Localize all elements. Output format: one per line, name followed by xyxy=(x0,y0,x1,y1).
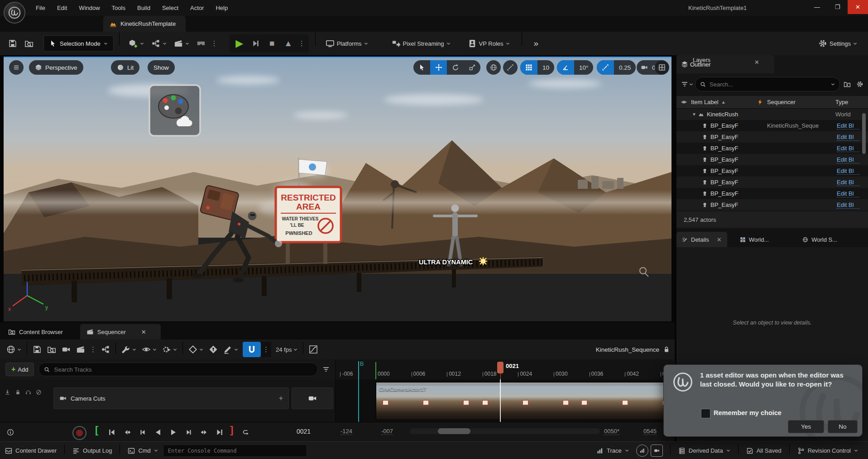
eject-button[interactable]: ▲ xyxy=(280,35,297,52)
sequencer-overflow-kebab[interactable]: ⋮ xyxy=(88,345,98,354)
camera-cuts-clip[interactable]: CineCameraActor17 xyxy=(376,382,675,420)
scale-snap-control[interactable]: 0.25 xyxy=(597,60,636,75)
stop-button[interactable]: ■ xyxy=(264,35,280,52)
remember-choice-checkbox[interactable] xyxy=(701,409,710,418)
select-tool-button[interactable] xyxy=(413,60,430,75)
maximize-button[interactable]: ❐ xyxy=(827,0,848,14)
previous-key-button[interactable] xyxy=(120,426,134,439)
menu-item-tools[interactable]: Tools xyxy=(106,0,131,16)
content-drawer-button[interactable]: Content Drawer xyxy=(0,442,62,459)
trace-dropdown[interactable]: Trace xyxy=(591,442,634,459)
bookmark-line[interactable] xyxy=(358,361,359,379)
timeline-scrollbar-track[interactable] xyxy=(410,428,600,434)
camera-lock-toggle-box[interactable] xyxy=(292,387,333,409)
outliner-row[interactable]: ▼KineticRushWorld xyxy=(676,109,868,120)
show-dropdown[interactable]: Show xyxy=(148,60,175,75)
outliner-row[interactable]: BP_EasyFKineticRush_SequeEdit Bl xyxy=(676,120,868,131)
add-actor-button[interactable] xyxy=(125,35,148,52)
outliner-row[interactable]: BP_EasyFEdit Bl xyxy=(676,154,868,165)
search-options-chevron[interactable] xyxy=(831,83,835,86)
outliner-row[interactable]: BP_EasyFEdit Bl xyxy=(676,143,868,154)
surface-snapping-button[interactable] xyxy=(503,60,518,75)
edit-blueprint-link[interactable]: Edit Bl xyxy=(837,156,859,163)
set-playback-start-bracket[interactable]: [ xyxy=(95,424,98,436)
working-range-end-field[interactable]: 0545 xyxy=(643,428,657,435)
solo-track-icon[interactable] xyxy=(25,389,31,395)
sequencer-browse-button[interactable] xyxy=(44,342,59,357)
toolbar-expand-chevrons[interactable]: » xyxy=(530,35,542,52)
playhead-marker[interactable] xyxy=(497,362,504,373)
next-key-button[interactable] xyxy=(197,426,211,439)
filter-chevron-icon[interactable] xyxy=(689,83,693,86)
working-range-start-field[interactable]: -124 xyxy=(340,428,352,435)
screenshot-trace-icon[interactable] xyxy=(651,445,663,457)
mute-track-icon[interactable] xyxy=(36,389,42,395)
menu-item-file[interactable]: File xyxy=(30,0,51,16)
sequencer-info-icon[interactable] xyxy=(4,426,17,439)
sequencer-save-button[interactable] xyxy=(30,342,44,357)
outliner-row[interactable]: BP_EasyFEdit Bl xyxy=(676,131,868,143)
console-command-input[interactable] xyxy=(167,447,303,454)
menu-item-help[interactable]: Help xyxy=(210,0,234,16)
current-frame-display[interactable]: 0021 xyxy=(297,428,311,435)
track-filter-icon[interactable] xyxy=(322,366,330,373)
edit-blueprint-link[interactable]: Edit Bl xyxy=(837,145,859,152)
edit-blueprint-link[interactable]: Edit Bl xyxy=(837,201,859,209)
toolbar-overflow-kebab[interactable]: ⋮ xyxy=(209,39,220,48)
edit-mode-dropdown[interactable] xyxy=(221,342,241,357)
track-search-input[interactable] xyxy=(53,366,312,373)
set-playback-end-bracket[interactable]: ] xyxy=(230,424,233,436)
viewport-3d[interactable]: RESTRICTED AREA WATER THIEVES 'LL BE PWN… xyxy=(4,57,671,321)
sequencer-view-options-dropdown[interactable] xyxy=(139,342,159,357)
sequencer-actions-tree-button[interactable] xyxy=(98,342,113,357)
playhead-line-tracks[interactable] xyxy=(500,379,501,422)
no-button[interactable]: No xyxy=(828,420,858,433)
edit-blueprint-link[interactable]: Edit Bl xyxy=(837,122,859,129)
selection-mode-dropdown[interactable]: Selection Mode xyxy=(43,35,114,52)
menu-item-edit[interactable]: Edit xyxy=(51,0,73,16)
edit-blueprint-link[interactable]: Edit Bl xyxy=(837,179,859,186)
jump-to-end-button[interactable] xyxy=(213,426,226,439)
menu-item-select[interactable]: Select xyxy=(156,0,184,16)
tab-world-partition[interactable]: World... xyxy=(734,232,775,247)
new-folder-icon[interactable] xyxy=(844,81,851,88)
camera-cuts-track-row[interactable]: Camera Cuts + xyxy=(53,387,289,409)
derived-data-dropdown[interactable]: Derived Data xyxy=(673,442,735,459)
menu-item-actor[interactable]: Actor xyxy=(184,0,210,16)
snap-toggle-button[interactable] xyxy=(243,342,261,357)
viewport-options-menu-button[interactable] xyxy=(9,60,24,75)
insights-session-icon[interactable] xyxy=(636,445,648,457)
scale-tool-button[interactable] xyxy=(464,60,480,75)
perspective-dropdown[interactable]: Perspective xyxy=(29,60,83,75)
curve-editor-button[interactable] xyxy=(306,342,321,357)
fps-dropdown[interactable]: 24 fps xyxy=(273,342,300,357)
tab-close-icon[interactable]: ✕ xyxy=(754,59,759,66)
keyframe-options-dropdown[interactable] xyxy=(186,342,206,357)
tab-outliner[interactable]: Layers Outliner ✕ xyxy=(676,55,774,73)
yes-button[interactable]: Yes xyxy=(788,420,824,433)
sequencer-track-area[interactable]: CineCameraActor17 xyxy=(335,379,675,422)
view-range-start-field[interactable]: -007 xyxy=(381,428,393,435)
save-level-button[interactable] xyxy=(5,35,21,52)
details-tab-close-icon[interactable]: ✕ xyxy=(717,236,722,243)
column-type[interactable]: Type xyxy=(835,99,848,105)
sequencer-tab-close-icon[interactable]: ✕ xyxy=(141,329,146,335)
sequencer-timeline-ruler[interactable]: -006000000060012001800240030003600420048… xyxy=(335,359,675,379)
edit-blueprint-link[interactable]: Edit Bl xyxy=(837,167,859,175)
platforms-dropdown[interactable]: Platforms xyxy=(322,35,372,52)
column-sequencer[interactable]: Sequencer xyxy=(767,99,796,105)
clip-header-bar[interactable] xyxy=(376,382,675,386)
record-button[interactable] xyxy=(72,426,86,440)
column-item-label[interactable]: Item Label xyxy=(691,99,719,105)
outliner-row[interactable]: BP_EasyFEdit Bl xyxy=(676,177,868,188)
outliner-row[interactable]: BP_EasyFEdit Bl xyxy=(676,188,868,199)
close-button[interactable]: ✕ xyxy=(848,0,868,14)
move-tool-button[interactable] xyxy=(430,60,447,75)
sequence-name[interactable]: KineticRush_Sequence xyxy=(596,346,659,353)
unreal-logo[interactable] xyxy=(4,2,25,24)
tab-details[interactable]: Details ✕ xyxy=(676,232,727,247)
step-forward-button[interactable] xyxy=(182,426,196,439)
render-movie-button[interactable] xyxy=(59,342,73,357)
browse-content-button[interactable] xyxy=(21,35,37,52)
output-log-button[interactable]: Output Log xyxy=(67,442,117,459)
